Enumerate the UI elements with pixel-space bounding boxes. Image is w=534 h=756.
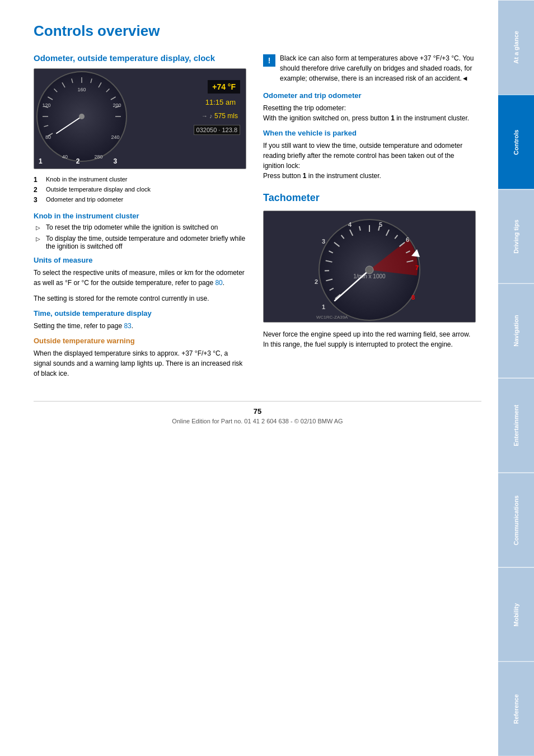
- item-num-1: 1: [34, 176, 43, 184]
- knob-bullet-2: ▷ To display the time, outside temperatu…: [36, 235, 246, 250]
- cluster-label-1: 1: [39, 157, 43, 165]
- cluster-num-item-3: 3 Odometer and trip odometer: [34, 196, 246, 204]
- right-sidebar: At a glance Controls Driving tips Naviga…: [498, 0, 534, 756]
- knob-subsection-title: Knob in the instrument cluster: [34, 212, 246, 220]
- svg-text:1/min x 1000: 1/min x 1000: [353, 273, 386, 279]
- units-link[interactable]: 80: [215, 279, 222, 287]
- odo-display: 032050 · 123.8: [194, 125, 240, 135]
- tachometer-section-title: Tachometer: [263, 192, 476, 204]
- time-display: 11:15 am: [201, 97, 240, 108]
- item-num-3: 3: [34, 196, 43, 204]
- svg-text:5: 5: [379, 221, 382, 228]
- tachometer-section: Tachometer: [263, 192, 476, 349]
- item-label-1: Knob in the instrument cluster: [46, 176, 128, 184]
- tri-arrow-2: ▷: [36, 236, 43, 242]
- svg-text:120: 120: [42, 102, 50, 108]
- warning-icon: !: [263, 54, 275, 67]
- cluster-num-item-1: 1 Knob in the instrument cluster: [34, 176, 246, 184]
- cluster-image: 160 200 120 80 240 40 280 +74 °F 11:15 a…: [34, 68, 246, 169]
- page-footer: 75 Online Edition for Part no. 01 41 2 6…: [34, 401, 481, 424]
- time-body-text: Setting the time, refer to page 83.: [34, 321, 246, 331]
- units-subsection-title: Units of measure: [34, 256, 246, 264]
- units-body-text: To select the respective units of measur…: [34, 268, 246, 288]
- item-num-2: 2: [34, 186, 43, 194]
- page-title: Controls overview: [34, 22, 481, 40]
- speedometer-svg: 160 200 120 80 240 40 280: [34, 69, 129, 164]
- item-label-2: Outside temperature display and clock: [46, 186, 151, 194]
- warning-box: ! Black ice can also form at temperature…: [263, 53, 476, 83]
- when-parked-text: If you still want to view the time, outs…: [263, 141, 476, 181]
- temp-display: +74 °F: [208, 80, 240, 94]
- svg-point-24: [79, 114, 85, 119]
- tachometer-svg: 1 2 3 4 5 6 7 8 1/min x 1000: [264, 211, 475, 323]
- dist-display: → ♪ 575 mls: [199, 111, 240, 121]
- sidebar-tab-navigation[interactable]: Navigation: [498, 283, 534, 378]
- svg-text:WC1RC-ZA39A: WC1RC-ZA39A: [316, 315, 348, 320]
- cluster-label-3: 3: [113, 157, 117, 165]
- page-number: 75: [34, 407, 481, 416]
- time-subsection-title: Time, outside temperature display: [34, 309, 246, 318]
- odometer-trip-title: Odometer and trip odometer: [263, 91, 476, 100]
- tachometer-body-text: Never force the engine speed up into the…: [263, 329, 476, 349]
- knob-bullet-text-1: To reset the trip odometer while the ign…: [46, 223, 218, 231]
- sidebar-tab-at-a-glance[interactable]: At a glance: [498, 0, 534, 95]
- svg-text:7: 7: [415, 264, 419, 271]
- svg-text:2: 2: [315, 278, 318, 285]
- time-link[interactable]: 83: [124, 322, 131, 330]
- svg-text:80: 80: [45, 134, 51, 140]
- svg-point-54: [366, 266, 373, 274]
- sidebar-tab-reference[interactable]: Reference: [498, 661, 534, 756]
- svg-text:160: 160: [77, 87, 86, 92]
- when-parked-title: When the vehicle is parked: [263, 129, 476, 137]
- odometer-trip-text: Resetting the trip odometer: With the ig…: [263, 103, 476, 123]
- tachometer-image: 1 2 3 4 5 6 7 8 1/min x 1000: [263, 211, 476, 323]
- sidebar-tab-mobility[interactable]: Mobility: [498, 567, 534, 662]
- svg-text:200: 200: [113, 102, 121, 108]
- warning-box-text: Black ice can also form at temperatures …: [280, 53, 476, 83]
- knob-bullet-1: ▷ To reset the trip odometer while the i…: [36, 223, 246, 231]
- item-label-3: Odometer and trip odometer: [46, 196, 123, 204]
- tri-arrow-1: ▷: [36, 225, 43, 231]
- svg-text:240: 240: [111, 134, 119, 140]
- sidebar-tab-entertainment[interactable]: Entertainment: [498, 378, 534, 473]
- units-body-text-2: The setting is stored for the remote con…: [34, 293, 246, 304]
- svg-text:1: 1: [322, 304, 325, 310]
- svg-text:4: 4: [348, 221, 352, 228]
- outside-temp-warning-title: Outside temperature warning: [34, 337, 246, 345]
- svg-text:8: 8: [411, 294, 415, 301]
- sidebar-tab-controls[interactable]: Controls: [498, 95, 534, 189]
- cluster-label-2: 2: [76, 157, 80, 165]
- footer-text: Online Edition for Part no. 01 41 2 604 …: [172, 418, 343, 424]
- svg-text:3: 3: [322, 238, 325, 245]
- sidebar-tab-communications[interactable]: Communications: [498, 473, 534, 567]
- cluster-num-list: 1 Knob in the instrument cluster 2 Outsi…: [34, 176, 246, 204]
- knob-bullet-list: ▷ To reset the trip odometer while the i…: [34, 223, 246, 250]
- outside-temp-warning-text: When the displayed temperature sinks to …: [34, 348, 246, 379]
- cluster-num-item-2: 2 Outside temperature display and clock: [34, 186, 246, 194]
- knob-bullet-text-2: To display the time, outside temperature…: [46, 235, 246, 250]
- svg-text:6: 6: [406, 236, 409, 243]
- odometer-section-title: Odometer, outside temperature display, c…: [34, 53, 246, 63]
- sidebar-tab-driving-tips[interactable]: Driving tips: [498, 189, 534, 284]
